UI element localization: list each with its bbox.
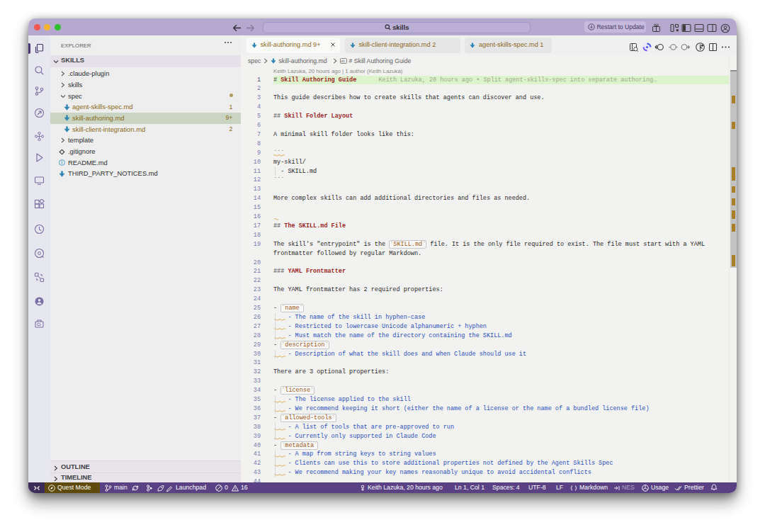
svg-text:ab: ab [341,60,345,63]
